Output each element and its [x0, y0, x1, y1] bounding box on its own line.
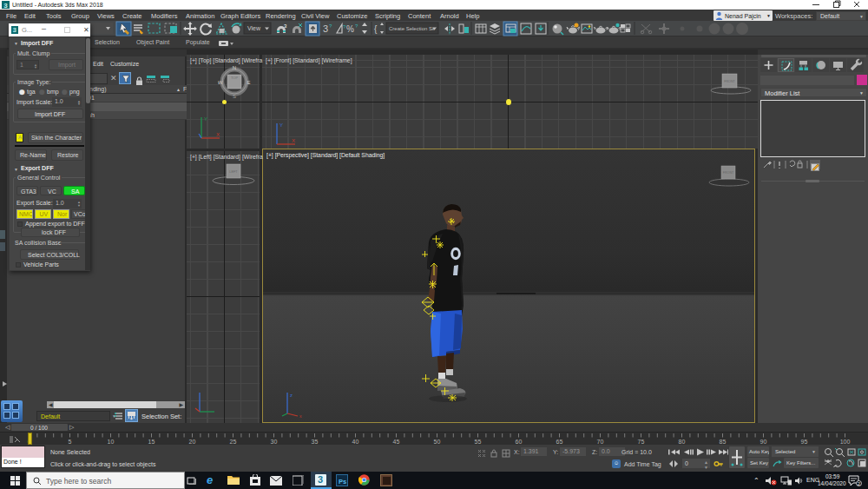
svg-text:85: 85	[720, 439, 727, 445]
svg-text:3: 3	[3, 2, 8, 10]
svg-text:50: 50	[434, 439, 441, 445]
svg-text:60: 60	[516, 439, 523, 445]
svg-text:3: 3	[323, 23, 328, 34]
svg-text:95: 95	[801, 439, 808, 445]
svg-text:65: 65	[556, 439, 563, 445]
svg-text:55: 55	[475, 439, 482, 445]
svg-text:90: 90	[760, 439, 767, 445]
svg-text:%: %	[346, 24, 354, 34]
svg-text:80: 80	[679, 439, 686, 445]
svg-text:Create Selection Se: Create Selection Se	[389, 26, 436, 31]
svg-text:x: x	[299, 413, 302, 419]
svg-text:X: X	[216, 132, 220, 137]
svg-text:Y: Y	[204, 116, 207, 122]
svg-text:{: {	[374, 24, 378, 34]
svg-text:70: 70	[597, 439, 604, 445]
svg-text:N: N	[233, 65, 236, 70]
svg-text:5: 5	[69, 439, 72, 445]
svg-text:35: 35	[312, 439, 319, 445]
svg-text:45: 45	[393, 439, 400, 445]
svg-text:?: ?	[355, 23, 358, 29]
svg-text:?: ?	[329, 23, 332, 29]
svg-text:E: E	[247, 80, 250, 85]
svg-text:FRONT: FRONT	[724, 80, 735, 83]
svg-text:10: 10	[108, 439, 115, 445]
svg-text:75: 75	[638, 439, 645, 445]
svg-text:X: X	[292, 138, 295, 143]
svg-text:z: z	[290, 393, 293, 398]
svg-text:FRONT: FRONT	[723, 171, 734, 175]
svg-text:15: 15	[148, 439, 155, 445]
svg-text:View: View	[247, 25, 261, 31]
svg-text:TOP: TOP	[231, 76, 238, 80]
svg-text:W: W	[218, 80, 223, 85]
svg-text:30: 30	[271, 439, 278, 445]
svg-text:40: 40	[352, 439, 359, 445]
svg-text:S: S	[233, 94, 236, 99]
svg-text:Y: Y	[279, 122, 283, 128]
svg-text:100: 100	[840, 439, 851, 445]
svg-text:20: 20	[189, 439, 196, 445]
svg-text:LEFT: LEFT	[229, 170, 238, 174]
svg-text:3: 3	[284, 23, 287, 29]
svg-text:25: 25	[230, 439, 237, 445]
